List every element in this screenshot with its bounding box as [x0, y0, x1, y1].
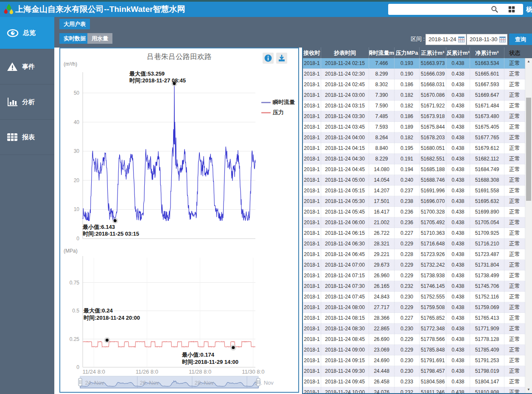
svg-text:40: 40: [74, 119, 80, 125]
table-row[interactable]: 2018-12018-11-24 08:1528.3660.22751765.8…: [303, 313, 525, 324]
table-cell: 0.438: [446, 302, 470, 313]
sidebar-item-analysis[interactable]: 分析: [0, 84, 54, 120]
search-icon[interactable]: [490, 6, 499, 13]
table-cell: 22.865: [369, 324, 395, 334]
table-cell: 0.236: [395, 207, 420, 217]
table-cell: 51723.487: [470, 249, 504, 260]
table-cell: 2018-11-24 06:30: [321, 239, 369, 249]
table-cell: 0.227: [395, 228, 420, 239]
table-cell: 2018-1: [303, 377, 321, 387]
table-row[interactable]: 2018-12018-11-24 08:0027.7170.22951759.5…: [303, 302, 525, 313]
scroll-down-icon[interactable]: ▼: [525, 386, 532, 393]
table-cell: 51705.054: [470, 217, 504, 228]
scroll-up-icon[interactable]: ▲: [525, 58, 532, 65]
table-cell: 0.438: [446, 387, 470, 394]
table-row[interactable]: 2018-12018-11-24 06:3028.3210.22951716.6…: [303, 239, 525, 249]
col-header-pressure: 压力MPa: [395, 48, 420, 58]
table-row[interactable]: 2018-12018-11-24 07:1526.9600.22951738.9…: [303, 270, 525, 281]
user-badge[interactable]: 杨: [526, 6, 532, 14]
table-row[interactable]: 2018-12018-11-24 10:0024.0760.23251811.2…: [303, 387, 525, 394]
svg-text:20: 20: [74, 177, 80, 183]
table-cell: 2018-11-24 09:00: [321, 345, 369, 355]
table-cell: 0.227: [395, 313, 420, 324]
table-cell: 正常: [504, 69, 525, 79]
table-cell: 0.438: [446, 196, 470, 207]
calendar-icon[interactable]: [458, 36, 465, 42]
table-row[interactable]: 2018-12018-11-24 09:4526.4580.23351804.5…: [303, 377, 525, 387]
table-row[interactable]: 2018-12018-11-24 04:308.2290.19151682.55…: [303, 154, 525, 164]
table-row[interactable]: 2018-12018-11-24 09:0023.0690.22951785.8…: [303, 345, 525, 355]
svg-text:24. Nov: 24. Nov: [85, 380, 104, 386]
table-cell: 0.186: [395, 111, 420, 122]
table-row[interactable]: 2018-12018-11-24 05:4516.4170.23651700.3…: [303, 207, 525, 217]
table-cell: 51688.308: [470, 175, 504, 186]
table-cell: 0.438: [446, 366, 470, 377]
table-row[interactable]: 2018-12018-11-24 09:3024.4480.23051798.4…: [303, 366, 525, 377]
table-cell: 0.229: [395, 345, 420, 355]
date-from-input[interactable]: 2018-11-24: [426, 34, 466, 45]
tab-large-user-meter[interactable]: 大用户表: [59, 19, 90, 29]
table-cell: 26.722: [369, 228, 395, 239]
table-row[interactable]: 2018-12018-11-24 03:457.5930.18951675.84…: [303, 122, 525, 132]
table-cell: 0.438: [446, 154, 470, 164]
table-row[interactable]: 2018-12018-11-24 04:008.2640.18251678.20…: [303, 132, 525, 143]
table-row[interactable]: 2018-12018-11-24 06:0021.0020.23651705.4…: [303, 217, 525, 228]
table-row[interactable]: 2018-12018-11-24 07:4524.8430.23051752.5…: [303, 292, 525, 302]
legend-item-flow[interactable]: 瞬时流量: [261, 98, 295, 106]
table-cell: 51684.749: [470, 164, 504, 175]
info-icon: [264, 54, 272, 62]
table-row[interactable]: 2018-12018-11-24 03:307.4850.18651673.91…: [303, 111, 525, 122]
table-row[interactable]: 2018-12018-11-24 05:1514.2070.23751691.9…: [303, 186, 525, 196]
table-cell: 2018-1: [303, 207, 321, 217]
table-cell: 2018-11-24 09:45: [321, 377, 369, 387]
calendar-icon[interactable]: [499, 36, 506, 42]
table-row[interactable]: 2018-12018-11-24 07:3026.1650.23251746.1…: [303, 281, 525, 292]
table-row[interactable]: 2018-12018-11-24 08:4526.6900.22951778.5…: [303, 334, 525, 345]
bar-chart-icon: [7, 97, 18, 107]
svg-text:时间:2018-11-24 20:00: 时间:2018-11-24 20:00: [84, 315, 140, 321]
table-row[interactable]: 2018-12018-11-24 03:157.5900.18251671.92…: [303, 101, 525, 111]
table-row[interactable]: 2018-12018-11-24 02:458.3020.18651668.03…: [303, 79, 525, 90]
scrollbar-thumb[interactable]: [526, 98, 531, 201]
date-to-input[interactable]: 2018-11-30: [467, 34, 507, 45]
query-button[interactable]: 查询: [509, 34, 532, 45]
search-input[interactable]: [391, 5, 494, 14]
svg-text:0: 0: [76, 236, 79, 242]
table-row[interactable]: 2018-12018-11-24 06:1526.7220.22751710.3…: [303, 228, 525, 239]
table-row[interactable]: 2018-12018-11-24 02:308.2990.19051666.03…: [303, 69, 525, 79]
table-row[interactable]: 2018-12018-11-24 08:3022.8650.23051772.3…: [303, 324, 525, 334]
table-row[interactable]: 2018-12018-11-24 05:3017.5010.23851696.0…: [303, 196, 525, 207]
apps-grid-icon[interactable]: [507, 6, 516, 13]
sidebar-item-reports[interactable]: 报表: [0, 120, 54, 155]
sidebar-item-overview[interactable]: 总览: [0, 17, 54, 49]
table-cell: 0.438: [446, 122, 470, 132]
table-cell: 0.229: [395, 260, 420, 270]
chart-download-button[interactable]: [276, 53, 287, 64]
table-row[interactable]: 2018-12018-11-24 05:0014.0540.24051688.7…: [303, 175, 525, 186]
table-cell: 2018-1: [303, 334, 321, 345]
navigator-handle-right[interactable]: [257, 378, 260, 386]
table-cell: 51785.848: [420, 345, 446, 355]
table-cell: 51759.508: [420, 302, 446, 313]
table-cell: 2018-11-24 05:45: [321, 207, 369, 217]
table-cell: 24.076: [369, 387, 395, 394]
table-scrollbar[interactable]: ▲ ▼: [525, 58, 532, 393]
table-row[interactable]: 2018-12018-11-24 03:007.3900.18251670.08…: [303, 90, 525, 101]
sidebar-item-events[interactable]: 事件: [0, 49, 54, 84]
tab-water-usage[interactable]: 用水量: [87, 33, 112, 44]
table-row[interactable]: 2018-12018-11-24 06:4529.2210.22851723.9…: [303, 249, 525, 260]
table-cell: 7.593: [369, 122, 395, 132]
table-row[interactable]: 2018-12018-11-24 04:158.8400.19551680.05…: [303, 143, 525, 154]
table-row[interactable]: 2018-12018-11-24 07:0029.6730.22951732.2…: [303, 260, 525, 270]
table-row[interactable]: 2018-12018-11-24 09:1524.6900.23051791.6…: [303, 355, 525, 366]
table-cell: 0.438: [446, 281, 470, 292]
table-row[interactable]: 2018-12018-11-24 02:157.4660.19351663.97…: [303, 58, 525, 69]
svg-text:26. Nov: 26. Nov: [140, 380, 159, 386]
navigator-handle-left[interactable]: [78, 378, 82, 386]
table-cell: 51771.909: [470, 324, 504, 334]
legend-item-pressure[interactable]: 压力: [261, 109, 295, 116]
tab-realtime-data[interactable]: 实时数据: [59, 33, 90, 44]
chart-navigator[interactable]: 24. Nov26. Nov28. Nov30. Nov: [62, 374, 296, 390]
chart-info-button[interactable]: [263, 53, 274, 64]
table-row[interactable]: 2018-12018-11-24 04:4514.0800.19451685.1…: [303, 164, 525, 175]
